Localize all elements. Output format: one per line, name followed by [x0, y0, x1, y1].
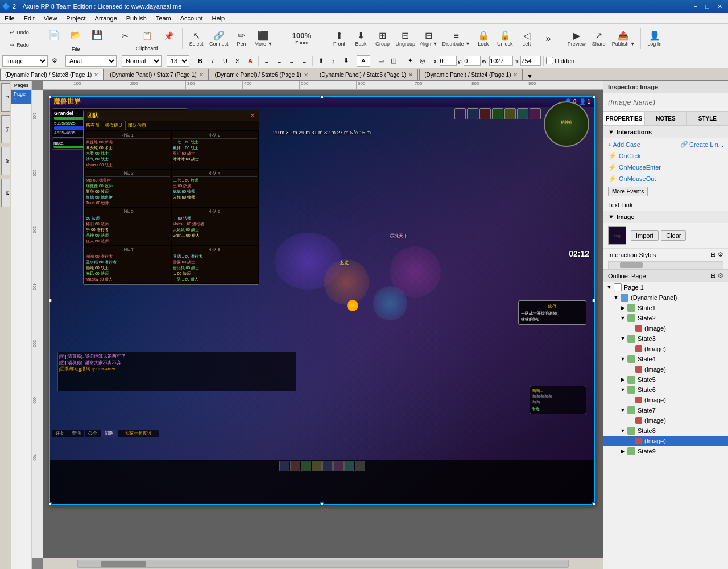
- underline-button[interactable]: U: [220, 55, 231, 67]
- back-button[interactable]: ⬇ Back: [350, 26, 371, 51]
- effects-button[interactable]: ✦: [404, 55, 416, 67]
- tab-state7-close[interactable]: ✕: [199, 72, 204, 78]
- outline-filter-icon[interactable]: ⊞: [710, 272, 715, 279]
- font-color-button[interactable]: A: [245, 55, 256, 67]
- onmouseenter-label[interactable]: OnMouseEnter: [619, 164, 661, 171]
- opacity-button[interactable]: ◎: [417, 55, 428, 67]
- open-file-button[interactable]: 📂: [65, 26, 86, 45]
- clear-button[interactable]: Clear: [661, 230, 686, 241]
- outline-state7[interactable]: ▼ State7: [603, 405, 728, 415]
- share-button[interactable]: ↗ Share: [589, 26, 609, 51]
- style-select[interactable]: Normal: [122, 55, 162, 67]
- canvas-scrollbar-h[interactable]: [43, 558, 603, 569]
- w-input[interactable]: [489, 56, 513, 66]
- widgets-toggle[interactable]: W: [1, 147, 10, 175]
- font-select[interactable]: Arial: [65, 55, 117, 67]
- outline-state3[interactable]: ▼ State3: [603, 333, 728, 344]
- format-settings-button[interactable]: ⚙: [49, 55, 60, 67]
- outline-image-state6[interactable]: (Image): [603, 395, 728, 405]
- more-tabs-button[interactable]: ▼: [524, 72, 533, 80]
- hidden-checkbox[interactable]: [546, 57, 553, 64]
- undo-button[interactable]: ↩ Undo: [2, 26, 36, 39]
- outline-page1[interactable]: ▼ Page 1: [603, 282, 728, 292]
- cut-button[interactable]: ✂: [115, 26, 135, 46]
- tab-state5-close[interactable]: ✕: [408, 72, 413, 78]
- maximize-button[interactable]: □: [702, 2, 713, 11]
- menu-file[interactable]: File: [0, 14, 19, 23]
- ungroup-button[interactable]: ⊟ Ungroup: [394, 26, 417, 51]
- front-button[interactable]: ⬆ Front: [329, 26, 349, 51]
- menu-project[interactable]: Project: [61, 14, 90, 23]
- interactions-header[interactable]: ▼ Interactions: [603, 126, 728, 138]
- copy-button[interactable]: 📋: [136, 26, 157, 46]
- outline-state6[interactable]: ▼ State6: [603, 385, 728, 395]
- fill-color-button[interactable]: A: [357, 55, 370, 67]
- tab-style[interactable]: STYLE: [687, 112, 728, 125]
- x-input[interactable]: [440, 56, 457, 66]
- canvas-page[interactable]: 魔兽世界 👤 0 👤 1 Grandel 5: [49, 96, 595, 505]
- outline-image-state3[interactable]: (Image): [603, 344, 728, 354]
- outline-image-state7[interactable]: (Image): [603, 415, 728, 426]
- paste-button[interactable]: 📌: [158, 26, 179, 46]
- page-item-1[interactable]: Page 1: [11, 90, 31, 104]
- tab-state4-close[interactable]: ✕: [513, 72, 518, 78]
- lock-button[interactable]: 🔒 Lock: [473, 26, 494, 51]
- images-toggle[interactable]: Im: [1, 115, 10, 143]
- zoom-control[interactable]: 100% Zoom: [282, 26, 321, 51]
- menu-publish[interactable]: Publish: [122, 14, 151, 23]
- image-section-header[interactable]: ▼ Image: [603, 211, 728, 223]
- int-styles-icon-filter[interactable]: ⊞: [710, 251, 715, 258]
- connect-button[interactable]: 🔗 Connect: [208, 26, 230, 51]
- align-left-button[interactable]: ≡: [261, 55, 272, 67]
- size-select[interactable]: 13: [167, 55, 189, 67]
- raid-close[interactable]: ✕: [250, 112, 255, 119]
- publish-button[interactable]: 📤 Publish ▼: [610, 26, 637, 51]
- type-select[interactable]: Image: [2, 55, 48, 67]
- align-justify-button[interactable]: ≡: [299, 55, 310, 67]
- tab-state6-close[interactable]: ✕: [304, 72, 308, 78]
- add-case-button[interactable]: + Add Case: [608, 141, 640, 148]
- shadow-button[interactable]: ◫: [388, 55, 399, 67]
- int-styles-icon-gear[interactable]: ⚙: [718, 251, 723, 258]
- chat-tab-guild[interactable]: 公会: [85, 430, 101, 437]
- border-button[interactable]: ▭: [375, 55, 387, 67]
- outline-state8[interactable]: ▼ State8: [603, 426, 728, 436]
- tab-state6[interactable]: (Dynamic Panel) / State6 (Page 1) ✕: [210, 69, 313, 80]
- distribute-button[interactable]: ≡ Distribute ▼: [440, 26, 471, 51]
- outline-state1[interactable]: ▶ State1: [603, 303, 728, 313]
- align-right-button[interactable]: ≡: [286, 55, 297, 67]
- valign-mid-button[interactable]: ↕: [328, 55, 339, 67]
- onclick-label[interactable]: OnClick: [619, 152, 641, 159]
- outline-image-state8[interactable]: (Image): [603, 436, 728, 446]
- close-button[interactable]: ✕: [714, 2, 726, 11]
- strikethrough-button[interactable]: S: [232, 55, 243, 67]
- menu-view[interactable]: View: [39, 14, 62, 23]
- tab-notes[interactable]: NOTES: [645, 112, 686, 125]
- chat-tab-friends[interactable]: 好友: [52, 430, 68, 437]
- masters-toggle[interactable]: M: [1, 179, 10, 207]
- tab-state5[interactable]: (Dynamic Panel) / State5 (Page 1) ✕: [315, 69, 418, 80]
- menu-edit[interactable]: Edit: [19, 14, 39, 23]
- chat-tab-query[interactable]: 查询: [68, 430, 84, 437]
- import-button[interactable]: Import: [631, 230, 659, 241]
- select-button[interactable]: ↖ Select: [186, 26, 206, 51]
- more2-button[interactable]: »: [538, 26, 559, 51]
- outline-image-state4[interactable]: (Image): [603, 364, 728, 374]
- outline-state2[interactable]: ▼ State2: [603, 313, 728, 323]
- redo-button[interactable]: ↪ Redo: [2, 39, 36, 51]
- int-styles-scrollbar[interactable]: [608, 261, 723, 269]
- pen-button[interactable]: ✏ Pen: [231, 26, 252, 51]
- more-button[interactable]: ⬛ More ▼: [253, 26, 275, 51]
- outline-state9[interactable]: ▶ State9: [603, 446, 728, 456]
- minimize-button[interactable]: −: [690, 2, 701, 11]
- valign-bot-button[interactable]: ⬇: [340, 55, 351, 67]
- align-button[interactable]: ⊟ Align ▼: [418, 26, 439, 51]
- outline-dp[interactable]: ▼ (Dynamic Panel): [603, 292, 728, 303]
- outline-gear-icon[interactable]: ⚙: [718, 272, 723, 279]
- raid-tab-info[interactable]: 团队信息: [126, 121, 148, 130]
- outline-state4[interactable]: ▼ State4: [603, 354, 728, 364]
- tab-state7[interactable]: (Dynamic Panel) / State7 (Page 1) ✕: [105, 69, 208, 80]
- outline-image-state2[interactable]: (Image): [603, 323, 728, 333]
- h-input[interactable]: [520, 56, 541, 66]
- save-file-button[interactable]: 💾: [87, 26, 107, 45]
